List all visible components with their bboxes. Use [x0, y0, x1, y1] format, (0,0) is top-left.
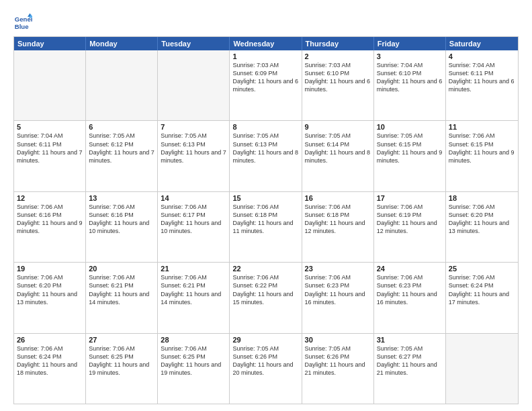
day-number: 22 [232, 265, 298, 273]
day-info: Sunrise: 7:05 AMSunset: 6:12 PMDaylight:… [89, 132, 154, 165]
day-number: 13 [89, 194, 154, 202]
page: General Blue SundayMondayTuesdayWednesda… [0, 0, 532, 411]
day-info: Sunrise: 7:06 AMSunset: 6:21 PMDaylight:… [161, 273, 226, 306]
day-cell: 14Sunrise: 7:06 AMSunset: 6:17 PMDayligh… [158, 192, 230, 262]
day-info: Sunrise: 7:05 AMSunset: 6:15 PMDaylight:… [377, 132, 443, 165]
day-number: 21 [161, 265, 226, 273]
day-number: 28 [161, 336, 226, 344]
day-info: Sunrise: 7:06 AMSunset: 6:16 PMDaylight:… [17, 203, 83, 236]
day-number: 8 [232, 123, 298, 131]
day-header-thursday: Thursday [302, 37, 374, 50]
week-row-4: 19Sunrise: 7:06 AMSunset: 6:20 PMDayligh… [14, 262, 518, 332]
day-number: 15 [232, 194, 298, 202]
day-number: 30 [305, 336, 371, 344]
day-number: 25 [449, 265, 515, 273]
day-cell: 21Sunrise: 7:06 AMSunset: 6:21 PMDayligh… [158, 263, 230, 332]
day-number: 18 [449, 194, 515, 202]
day-number: 11 [449, 123, 515, 131]
week-row-5: 26Sunrise: 7:06 AMSunset: 6:24 PMDayligh… [14, 333, 518, 404]
day-info: Sunrise: 7:06 AMSunset: 6:24 PMDaylight:… [449, 273, 515, 306]
day-number: 12 [17, 194, 83, 202]
day-cell: 10Sunrise: 7:05 AMSunset: 6:15 PMDayligh… [374, 121, 446, 191]
day-header-monday: Monday [86, 37, 158, 50]
day-number: 2 [305, 52, 371, 60]
day-cell: 16Sunrise: 7:06 AMSunset: 6:18 PMDayligh… [302, 192, 374, 262]
day-number: 10 [377, 123, 443, 131]
day-info: Sunrise: 7:06 AMSunset: 6:25 PMDaylight:… [89, 345, 154, 377]
week-row-1: 1Sunrise: 7:03 AMSunset: 6:09 PMDaylight… [14, 50, 518, 120]
day-cell: 5Sunrise: 7:04 AMSunset: 6:11 PMDaylight… [14, 121, 86, 191]
day-info: Sunrise: 7:06 AMSunset: 6:23 PMDaylight:… [305, 273, 371, 306]
day-cell [14, 50, 86, 120]
day-header-sunday: Sunday [14, 37, 86, 50]
weeks-container: 1Sunrise: 7:03 AMSunset: 6:09 PMDaylight… [14, 50, 518, 404]
day-number: 23 [305, 265, 371, 273]
day-header-friday: Friday [374, 37, 446, 50]
day-cell: 28Sunrise: 7:06 AMSunset: 6:25 PMDayligh… [158, 334, 230, 404]
day-info: Sunrise: 7:03 AMSunset: 6:09 PMDaylight:… [232, 61, 298, 94]
day-info: Sunrise: 7:04 AMSunset: 6:11 PMDaylight:… [17, 132, 83, 165]
day-cell: 27Sunrise: 7:06 AMSunset: 6:25 PMDayligh… [86, 334, 158, 404]
day-cell: 18Sunrise: 7:06 AMSunset: 6:20 PMDayligh… [446, 192, 518, 262]
day-info: Sunrise: 7:06 AMSunset: 6:22 PMDaylight:… [232, 273, 298, 306]
day-number: 24 [377, 265, 443, 273]
day-cell [158, 50, 230, 120]
day-cell: 17Sunrise: 7:06 AMSunset: 6:19 PMDayligh… [374, 192, 446, 262]
day-info: Sunrise: 7:03 AMSunset: 6:10 PMDaylight:… [305, 61, 371, 94]
day-cell: 31Sunrise: 7:05 AMSunset: 6:27 PMDayligh… [374, 334, 446, 404]
header: General Blue [13, 12, 519, 31]
day-info: Sunrise: 7:06 AMSunset: 6:15 PMDaylight:… [449, 132, 515, 165]
day-cell [446, 334, 518, 404]
day-number: 26 [17, 336, 83, 344]
day-info: Sunrise: 7:04 AMSunset: 6:11 PMDaylight:… [449, 61, 515, 94]
calendar: SundayMondayTuesdayWednesdayThursdayFrid… [13, 36, 519, 404]
day-info: Sunrise: 7:04 AMSunset: 6:10 PMDaylight:… [377, 61, 443, 94]
day-cell: 23Sunrise: 7:06 AMSunset: 6:23 PMDayligh… [302, 263, 374, 332]
day-info: Sunrise: 7:05 AMSunset: 6:13 PMDaylight:… [232, 132, 298, 165]
day-info: Sunrise: 7:06 AMSunset: 6:23 PMDaylight:… [377, 273, 443, 306]
day-cell: 12Sunrise: 7:06 AMSunset: 6:16 PMDayligh… [14, 192, 86, 262]
day-cell: 11Sunrise: 7:06 AMSunset: 6:15 PMDayligh… [446, 121, 518, 191]
day-info: Sunrise: 7:06 AMSunset: 6:20 PMDaylight:… [17, 273, 83, 306]
day-cell: 20Sunrise: 7:06 AMSunset: 6:21 PMDayligh… [86, 263, 158, 332]
day-cell: 26Sunrise: 7:06 AMSunset: 6:24 PMDayligh… [14, 334, 86, 404]
day-number: 7 [161, 123, 226, 131]
day-cell: 7Sunrise: 7:05 AMSunset: 6:13 PMDaylight… [158, 121, 230, 191]
day-cell: 3Sunrise: 7:04 AMSunset: 6:10 PMDaylight… [374, 50, 446, 120]
day-number: 20 [89, 265, 154, 273]
day-number: 19 [17, 265, 83, 273]
day-info: Sunrise: 7:06 AMSunset: 6:17 PMDaylight:… [161, 203, 226, 236]
generalblue-logo-icon: General Blue [13, 12, 32, 31]
day-number: 3 [377, 52, 443, 60]
day-info: Sunrise: 7:05 AMSunset: 6:14 PMDaylight:… [305, 132, 371, 165]
day-info: Sunrise: 7:05 AMSunset: 6:13 PMDaylight:… [161, 132, 226, 165]
day-info: Sunrise: 7:06 AMSunset: 6:21 PMDaylight:… [89, 273, 154, 306]
day-number: 9 [305, 123, 371, 131]
svg-text:Blue: Blue [15, 23, 29, 30]
day-cell: 24Sunrise: 7:06 AMSunset: 6:23 PMDayligh… [374, 263, 446, 332]
week-row-2: 5Sunrise: 7:04 AMSunset: 6:11 PMDaylight… [14, 120, 518, 191]
day-cell: 22Sunrise: 7:06 AMSunset: 6:22 PMDayligh… [230, 263, 302, 332]
day-cell: 8Sunrise: 7:05 AMSunset: 6:13 PMDaylight… [230, 121, 302, 191]
day-cell: 4Sunrise: 7:04 AMSunset: 6:11 PMDaylight… [446, 50, 518, 120]
day-header-saturday: Saturday [446, 37, 518, 50]
day-info: Sunrise: 7:06 AMSunset: 6:24 PMDaylight:… [17, 345, 83, 377]
logo: General Blue [13, 12, 32, 31]
day-number: 17 [377, 194, 443, 202]
day-cell: 2Sunrise: 7:03 AMSunset: 6:10 PMDaylight… [302, 50, 374, 120]
day-number: 31 [377, 336, 443, 344]
day-cell [86, 50, 158, 120]
day-cell: 1Sunrise: 7:03 AMSunset: 6:09 PMDaylight… [230, 50, 302, 120]
day-info: Sunrise: 7:06 AMSunset: 6:25 PMDaylight:… [161, 345, 226, 377]
day-number: 6 [89, 123, 154, 131]
day-number: 5 [17, 123, 83, 131]
day-number: 4 [449, 52, 515, 60]
day-cell: 15Sunrise: 7:06 AMSunset: 6:18 PMDayligh… [230, 192, 302, 262]
day-cell: 19Sunrise: 7:06 AMSunset: 6:20 PMDayligh… [14, 263, 86, 332]
day-cell: 25Sunrise: 7:06 AMSunset: 6:24 PMDayligh… [446, 263, 518, 332]
day-number: 14 [161, 194, 226, 202]
day-cell: 13Sunrise: 7:06 AMSunset: 6:16 PMDayligh… [86, 192, 158, 262]
day-cell: 30Sunrise: 7:05 AMSunset: 6:26 PMDayligh… [302, 334, 374, 404]
day-info: Sunrise: 7:05 AMSunset: 6:26 PMDaylight:… [305, 345, 371, 377]
day-cell: 9Sunrise: 7:05 AMSunset: 6:14 PMDaylight… [302, 121, 374, 191]
